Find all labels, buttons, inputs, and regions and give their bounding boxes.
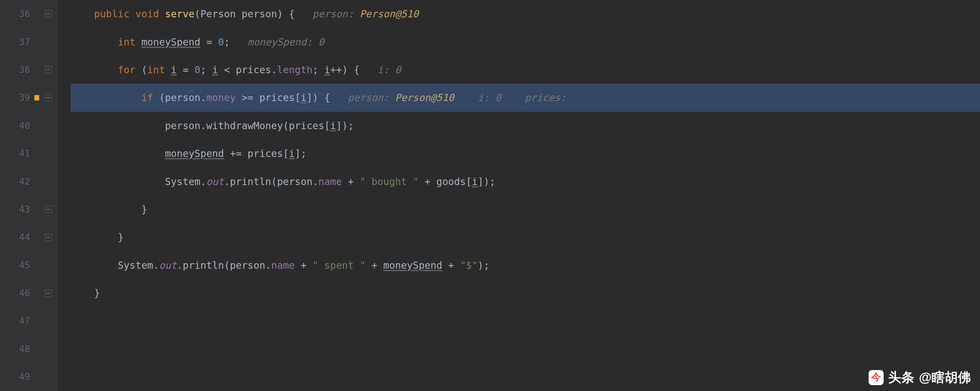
code-line[interactable]: } bbox=[70, 196, 980, 223]
inline-debug-hint: person: bbox=[313, 8, 360, 20]
fold-toggle-icon[interactable]: − bbox=[45, 290, 52, 297]
ln-46: 46 bbox=[19, 288, 30, 298]
inline-debug-hint: i: bbox=[377, 64, 395, 75]
code-line[interactable] bbox=[70, 307, 980, 335]
ln-42: 42 bbox=[19, 176, 30, 187]
line-number: 37 bbox=[0, 28, 39, 56]
line-number-gutter: 36 37 38 39 40 41 42 43 44 45 46 47 48 4… bbox=[0, 0, 39, 391]
fold-toggle-icon[interactable]: − bbox=[45, 10, 52, 18]
code-line[interactable]: public void serve(Person person) { perso… bbox=[70, 0, 980, 28]
line-number: 42 bbox=[0, 168, 39, 195]
code-line[interactable]: System.out.println(person.name + " spent… bbox=[70, 251, 980, 279]
line-number: 43 bbox=[0, 196, 39, 223]
ln-44: 44 bbox=[19, 232, 30, 243]
field-ref: money bbox=[206, 92, 235, 103]
line-number: 44 bbox=[0, 223, 39, 251]
keyword-void: void bbox=[135, 8, 159, 20]
inline-debug-hint: prices: bbox=[525, 92, 572, 103]
method-name: serve bbox=[165, 8, 194, 20]
line-number: 40 bbox=[0, 112, 39, 140]
line-number: 41 bbox=[0, 140, 39, 168]
ln-38: 38 bbox=[19, 64, 30, 75]
line-number: 48 bbox=[0, 335, 39, 363]
code-line[interactable] bbox=[70, 363, 980, 391]
static-field: out bbox=[206, 176, 224, 187]
inline-debug-value: 0 bbox=[496, 92, 501, 103]
ln-41: 41 bbox=[19, 148, 30, 159]
keyword-public: public bbox=[94, 8, 129, 20]
line-number: 39 bbox=[0, 84, 39, 112]
ln-49: 49 bbox=[19, 371, 30, 382]
code-line[interactable]: System.out.println(person.name + " bough… bbox=[70, 168, 980, 195]
param-type: Person bbox=[200, 8, 235, 20]
line-number: 47 bbox=[0, 307, 39, 335]
code-line[interactable]: for (int i = 0; i < prices.length; i++) … bbox=[70, 56, 980, 84]
ln-39: 39 bbox=[19, 92, 30, 103]
line-number: 49 bbox=[0, 363, 39, 391]
string-literal: " bought " bbox=[360, 176, 419, 187]
fold-toggle-icon[interactable]: − bbox=[45, 234, 52, 241]
watermark: 今 头条 @瞎胡佛 bbox=[869, 369, 971, 386]
keyword-for: for bbox=[118, 64, 135, 75]
line-number: 45 bbox=[0, 251, 39, 279]
inline-debug-value: Person@510 bbox=[395, 92, 454, 103]
ln-48: 48 bbox=[19, 343, 30, 354]
fold-gutter: − − − − − − bbox=[39, 0, 57, 391]
code-line[interactable]: person.withdrawMoney(prices[i]); bbox=[70, 112, 980, 140]
ln-40: 40 bbox=[19, 120, 30, 131]
number-literal: 0 bbox=[218, 36, 224, 48]
code-line-current[interactable]: if (person.money >= prices[i]) { person:… bbox=[70, 84, 980, 112]
toutiao-logo-icon: 今 bbox=[869, 370, 884, 385]
code-line[interactable]: moneySpend += prices[i]; bbox=[70, 140, 980, 168]
inline-debug-value: 0 bbox=[318, 36, 325, 48]
line-number: 46 bbox=[0, 279, 39, 307]
fold-toggle-icon[interactable]: − bbox=[45, 66, 52, 73]
ln-47: 47 bbox=[19, 316, 30, 326]
line-number: 38 bbox=[0, 56, 39, 84]
keyword-if: if bbox=[142, 92, 153, 103]
ln-36: 36 bbox=[19, 8, 30, 19]
method-call: withdrawMoney bbox=[206, 120, 283, 131]
fold-toggle-icon[interactable]: − bbox=[45, 94, 52, 101]
code-line[interactable]: } bbox=[70, 223, 980, 251]
inline-debug-value: 0 bbox=[395, 64, 401, 75]
ln-45: 45 bbox=[19, 260, 30, 271]
watermark-label: 头条 bbox=[888, 369, 914, 386]
inline-debug-hint: moneySpend: bbox=[248, 36, 318, 48]
code-line[interactable]: int moneySpend = 0; moneySpend: 0 bbox=[70, 28, 980, 56]
code-area[interactable]: public void serve(Person person) { perso… bbox=[57, 0, 980, 391]
inline-debug-value: Person@510 bbox=[360, 8, 419, 20]
inline-debug-hint: person: bbox=[348, 92, 395, 103]
watermark-handle: @瞎胡佛 bbox=[919, 369, 971, 386]
keyword-int: int bbox=[118, 36, 135, 48]
param-name: person bbox=[242, 8, 277, 20]
local-var: moneySpend bbox=[142, 36, 200, 48]
line-number: 36 bbox=[0, 0, 39, 28]
code-editor[interactable]: 36 37 38 39 40 41 42 43 44 45 46 47 48 4… bbox=[0, 0, 980, 391]
ln-37: 37 bbox=[19, 37, 30, 48]
code-line[interactable]: } bbox=[70, 279, 980, 307]
ln-43: 43 bbox=[19, 204, 30, 215]
code-line[interactable] bbox=[70, 335, 980, 363]
fold-toggle-icon[interactable]: − bbox=[45, 206, 52, 213]
inline-debug-hint: i: bbox=[477, 92, 495, 103]
